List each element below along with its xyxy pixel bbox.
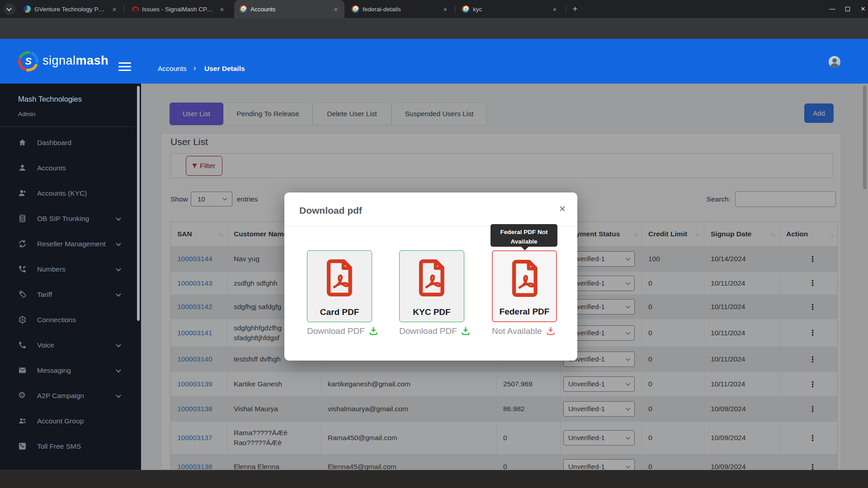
gear-icon: ⚙ xyxy=(18,390,27,399)
issues-favicon-icon xyxy=(131,5,138,13)
browser-tab-gventure[interactable]: GVenture Technology Pvt. Ltd. - × xyxy=(18,0,123,18)
browser-tab-federal-details[interactable]: federal-details × xyxy=(346,0,454,18)
tab-separator xyxy=(566,5,566,13)
window-minimize-button[interactable]: — xyxy=(825,0,840,18)
sidebar-item-tariff[interactable]: Tariff xyxy=(0,282,141,308)
sidebar-item-voice[interactable]: Voice xyxy=(0,333,141,358)
sidebar-item-accounts-kyc[interactable]: Accounts (KYC) xyxy=(0,181,141,206)
chevron-down-icon xyxy=(116,216,121,221)
user-avatar[interactable] xyxy=(829,56,840,68)
tab-title: federal-details xyxy=(363,6,438,13)
signalmash-favicon-icon xyxy=(240,5,247,13)
hexagon-icon xyxy=(18,315,27,324)
org-role: Admin xyxy=(18,111,35,117)
signalmash-logo-icon xyxy=(18,51,38,71)
tab-title: Accounts xyxy=(250,6,328,13)
breadcrumb-current: User Details xyxy=(204,65,245,73)
federal-pdf-card[interactable]: Federal PDF xyxy=(492,250,557,322)
tab-close-icon[interactable]: × xyxy=(110,5,118,13)
pdf-file-icon xyxy=(323,258,357,297)
tab-separator xyxy=(124,5,124,13)
tab-close-icon[interactable]: × xyxy=(332,5,340,13)
org-name: Mash Technologies xyxy=(18,95,82,103)
browser-tab-issues[interactable]: Issues - SignalMash CPAAS Plat × xyxy=(126,0,231,18)
sidebar-item-dashboard[interactable]: Dashboard xyxy=(0,131,141,156)
tag-icon xyxy=(18,290,27,299)
browser-tab-accounts-active[interactable]: Accounts × xyxy=(234,0,344,18)
home-icon xyxy=(18,138,27,147)
federal-pdf-tooltip: Federal PDF Not Available xyxy=(491,224,557,247)
sidebar-item-ob-sip-trunking[interactable]: OB SIP Trunking xyxy=(0,206,141,232)
card-pdf-card[interactable]: Card PDF xyxy=(307,250,372,322)
tab-close-icon[interactable]: × xyxy=(441,5,449,13)
envelope-icon xyxy=(18,366,27,375)
gventure-favicon-icon xyxy=(24,5,31,13)
phone-square-icon xyxy=(18,442,27,451)
chevron-down-icon xyxy=(116,241,121,246)
sidebar-scrollbar[interactable] xyxy=(137,86,140,321)
pdf-file-icon xyxy=(508,259,542,298)
download-pdf-modal: Download pdf × Card PDF KYC PDF xyxy=(284,192,577,361)
pdf-card-label: Card PDF xyxy=(307,307,372,317)
signalmash-favicon-icon xyxy=(462,5,469,13)
chevron-down-icon xyxy=(116,367,121,372)
breadcrumb-parent[interactable]: Accounts xyxy=(158,65,187,73)
chevron-down-icon xyxy=(116,393,121,398)
chevron-down-icon xyxy=(116,266,121,271)
sidebar: Mash Technologies Admin Dashboard Accoun… xyxy=(0,84,141,470)
brand-name: signalmash xyxy=(42,54,108,68)
breadcrumb-separator: › xyxy=(193,64,196,73)
sidebar-item-account-group[interactable]: Account Group xyxy=(0,409,141,434)
sidebar-divider xyxy=(0,127,141,127)
browser-tab-strip: GVenture Technology Pvt. Ltd. - × Issues… xyxy=(0,0,868,18)
window-maximize-button[interactable] xyxy=(840,0,855,18)
users-icon xyxy=(18,417,27,426)
tab-title: GVenture Technology Pvt. Ltd. - xyxy=(34,6,107,13)
chevron-down-icon xyxy=(116,342,121,347)
window-close-button[interactable]: × xyxy=(855,0,868,18)
download-icon xyxy=(461,326,471,336)
tab-close-icon[interactable]: × xyxy=(218,5,226,13)
pdf-file-icon xyxy=(415,258,449,297)
sidebar-item-messaging[interactable]: Messaging xyxy=(0,358,141,384)
tab-close-icon[interactable]: × xyxy=(551,5,559,13)
user-plus-icon xyxy=(18,189,27,198)
pdf-card-label: KYC PDF xyxy=(400,307,464,317)
app-header: signalmash Accounts › User Details xyxy=(0,39,868,84)
signalmash-favicon-icon xyxy=(352,5,359,13)
chevron-down-icon xyxy=(116,291,121,296)
modal-title: Download pdf xyxy=(299,205,362,216)
download-icon xyxy=(368,326,378,336)
phone-incoming-icon xyxy=(18,265,27,274)
user-icon xyxy=(18,164,27,173)
browser-toolbar: ← → signalmash.gventure.info/#/user/user… xyxy=(0,18,868,39)
tab-title: kyc xyxy=(473,6,547,13)
sidebar-item-reseller-management[interactable]: Reseller Management xyxy=(0,232,141,257)
sidebar-item-numbers[interactable]: Numbers xyxy=(0,257,141,282)
kyc-pdf-card[interactable]: KYC PDF xyxy=(399,250,464,322)
phone-icon xyxy=(18,341,27,350)
browser-tab-kyc[interactable]: kyc × xyxy=(457,0,563,18)
tab-title: Issues - SignalMash CPAAS Plat xyxy=(142,6,214,13)
sidebar-item-toll-free-sms[interactable]: Toll Free SMS xyxy=(0,434,141,460)
sync-icon xyxy=(18,239,27,249)
download-card-pdf-link[interactable]: Download PDF xyxy=(307,326,378,339)
federal-pdf-not-available: Not Available xyxy=(492,326,556,339)
taskbar xyxy=(0,470,868,488)
tab-search-chevron-icon[interactable] xyxy=(4,3,15,15)
download-disabled-icon xyxy=(546,326,556,336)
sidebar-item-accounts[interactable]: Accounts xyxy=(0,156,141,181)
tab-separator xyxy=(455,5,455,13)
screen: GVenture Technology Pvt. Ltd. - × Issues… xyxy=(0,0,868,488)
hamburger-menu-icon[interactable] xyxy=(118,62,132,71)
download-kyc-pdf-link[interactable]: Download PDF xyxy=(399,326,471,339)
new-tab-button[interactable]: + xyxy=(570,4,580,14)
sidebar-item-connections[interactable]: Connections xyxy=(0,308,141,333)
sidebar-item-a2p-campaign[interactable]: ⚙ A2P Campaign xyxy=(0,384,141,409)
modal-close-icon[interactable]: × xyxy=(559,202,566,215)
database-icon xyxy=(18,214,27,223)
pdf-card-label: Federal PDF xyxy=(493,307,556,317)
